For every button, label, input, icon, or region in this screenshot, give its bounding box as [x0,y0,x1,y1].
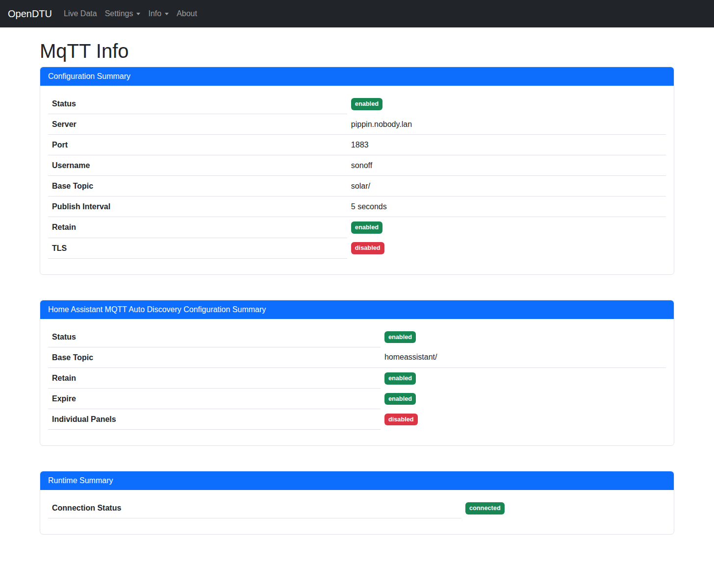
table-row-base-topic: Base Topichomeassistant/ [48,347,666,368]
row-value: 1883 [347,135,666,155]
status-badge: enabled [351,221,382,234]
row-label: Publish Interval [48,196,347,217]
nav-link-label: Info [148,9,161,18]
row-value: disabled [347,238,666,258]
nav-item-about: About [173,5,201,22]
card-body: StatusenabledBase Topichomeassistant/Ret… [40,319,674,446]
row-label: Base Topic [48,176,347,196]
table-row-individual-panels: Individual Panelsdisabled [48,409,666,430]
table-row-expire: Expireenabled [48,389,666,409]
value-text: 5 seconds [351,202,387,211]
page-title: MqTT Info [40,40,674,62]
row-label: Status [48,327,381,347]
value-text: pippin.nobody.lan [351,120,412,128]
row-value: enabled [381,389,666,409]
main-content: MqTT Info Configuration SummaryStatusena… [40,40,674,535]
row-label: Retain [48,217,347,238]
navbar: OpenDTU Live DataSettingsInfoAbout [0,0,714,27]
status-badge: enabled [384,372,416,385]
cards-container: Configuration SummaryStatusenabledServer… [40,67,674,535]
row-value: enabled [347,217,666,238]
nav-item-settings: Settings [101,5,145,22]
card-body: Connection Statusconnected [40,490,674,534]
nav-link-info[interactable]: Info [144,5,173,22]
row-value: sonoff [347,155,666,176]
nav-link-about[interactable]: About [173,5,201,22]
nav-link-label: Settings [105,9,133,18]
status-badge: enabled [384,331,416,343]
row-value: enabled [381,368,666,388]
page: OpenDTU Live DataSettingsInfoAbout MqTT … [0,0,714,588]
table-row-base-topic: Base Topicsolar/ [48,176,666,196]
status-badge: enabled [384,393,416,405]
value-text: sonoff [351,161,372,170]
value-text: 1883 [351,141,369,149]
status-badge: connected [465,502,505,514]
row-value: pippin.nobody.lan [347,114,666,135]
nav-item-info: Info [144,5,173,22]
table-row-status: Statusenabled [48,94,666,114]
row-value: solar/ [347,176,666,196]
row-value: 5 seconds [347,196,666,217]
card-runtime-summary: Runtime SummaryConnection Statusconnecte… [40,471,674,535]
row-label: Expire [48,389,381,409]
table-row-server: Serverpippin.nobody.lan [48,114,666,135]
status-badge: enabled [351,98,382,110]
row-value: enabled [347,94,666,114]
info-table: StatusenabledBase Topichomeassistant/Ret… [48,327,666,430]
card-header: Home Assistant MQTT Auto Discovery Confi… [40,300,674,319]
row-label: Status [48,94,347,114]
chevron-down-icon [165,13,169,15]
info-table: StatusenabledServerpippin.nobody.lanPort… [48,94,666,259]
row-value: connected [461,498,666,518]
table-row-retain: Retainenabled [48,368,666,388]
row-label: TLS [48,238,347,258]
value-text: solar/ [351,182,370,190]
row-label: Base Topic [48,347,381,368]
navbar-nav: Live DataSettingsInfoAbout [60,5,201,22]
nav-link-label: About [177,9,197,18]
info-table: Connection Statusconnected [48,498,666,518]
table-row-connection-status: Connection Statusconnected [48,498,666,518]
nav-link-label: Live Data [64,9,97,18]
row-value: enabled [381,327,666,347]
nav-link-settings[interactable]: Settings [101,5,145,22]
status-badge: disabled [384,414,418,426]
row-label: Port [48,135,347,155]
card-body: StatusenabledServerpippin.nobody.lanPort… [40,86,674,274]
row-label: Server [48,114,347,135]
row-label: Username [48,155,347,176]
row-label: Retain [48,368,381,388]
status-badge: disabled [351,242,384,254]
table-row-tls: TLSdisabled [48,238,666,258]
card-home-assistant-mqtt-auto-discovery-configuration-summary: Home Assistant MQTT Auto Discovery Confi… [40,300,674,446]
value-text: homeassistant/ [384,353,437,361]
table-row-port: Port1883 [48,135,666,155]
table-row-username: Usernamesonoff [48,155,666,176]
table-row-status: Statusenabled [48,327,666,347]
row-value: homeassistant/ [381,347,666,368]
row-label: Connection Status [48,498,461,518]
nav-item-live-data: Live Data [60,5,101,22]
navbar-brand[interactable]: OpenDTU [8,8,52,20]
card-header: Runtime Summary [40,471,674,490]
card-configuration-summary: Configuration SummaryStatusenabledServer… [40,67,674,275]
nav-link-live-data[interactable]: Live Data [60,5,101,22]
row-label: Individual Panels [48,409,381,430]
row-value: disabled [381,409,666,430]
table-row-retain: Retainenabled [48,217,666,238]
chevron-down-icon [136,13,140,15]
card-header: Configuration Summary [40,67,674,86]
table-row-publish-interval: Publish Interval5 seconds [48,196,666,217]
